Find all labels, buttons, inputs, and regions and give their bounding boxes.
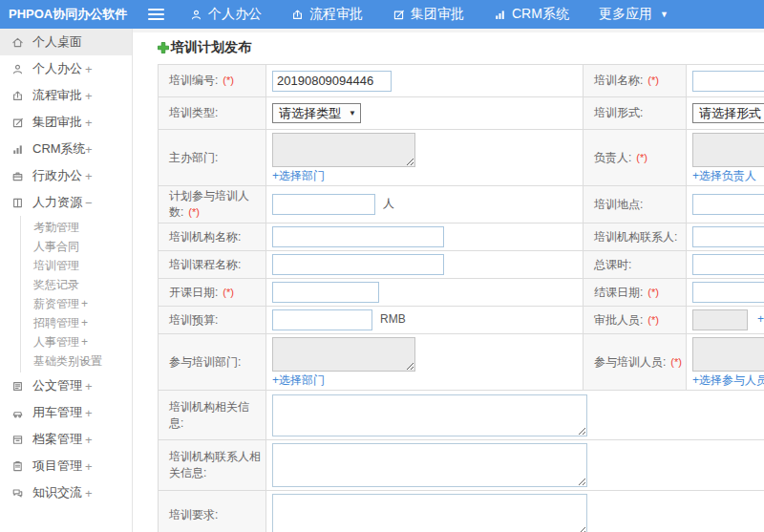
select-value: 请选择类型 — [279, 105, 341, 122]
org-contact-input[interactable] — [692, 226, 764, 247]
start-date-input[interactable] — [272, 282, 379, 303]
main-content: 培训计划发布 培训编号:(*)培训名称:(*)培训类型:请选择类型▼培训形式:请… — [133, 29, 764, 532]
field-label: 开课日期: — [169, 286, 218, 299]
sidebar-item-4[interactable]: CRM系统+ — [0, 136, 132, 162]
org-name-input[interactable] — [272, 226, 444, 247]
collapse-minus-icon[interactable]: − — [85, 196, 93, 210]
sidebar-item-2[interactable]: 流程审批+ — [0, 82, 132, 109]
sidebar-item-1[interactable]: 个人办公+ — [0, 55, 132, 82]
org-info-textarea[interactable] — [272, 394, 587, 436]
sidebar-subitem-6[interactable]: 人事管理+ — [21, 332, 132, 351]
field-cell — [687, 186, 764, 223]
nav-item-label: CRM系统 — [512, 6, 569, 23]
bar-chart-icon — [494, 9, 506, 21]
sidebar-item-6[interactable]: 人力资源− — [0, 189, 132, 216]
expand-plus-icon[interactable]: + — [85, 116, 93, 130]
select-department-link[interactable]: +选择部门 — [272, 373, 325, 387]
sidebar-subitem-4[interactable]: 薪资管理+ — [21, 294, 132, 313]
total-hours-input[interactable] — [692, 254, 764, 275]
form-row: 培训类型:请选择类型▼培训形式:请选择形式▼ — [159, 97, 764, 130]
leader-textarea[interactable] — [692, 133, 764, 167]
field-label-cell: 开课日期:(*) — [159, 279, 266, 307]
nav-item-1[interactable]: 流程审批 — [291, 6, 363, 23]
select-leader-link[interactable]: +选择负责人 — [692, 169, 756, 182]
user-icon — [190, 9, 202, 21]
doc-icon — [11, 380, 24, 393]
hamburger-icon[interactable] — [148, 9, 164, 20]
org-contact-info-textarea[interactable] — [272, 443, 587, 487]
sidebar-item-label: 人力资源 — [32, 194, 82, 211]
field-label: 培训要求: — [169, 508, 218, 521]
sidebar-item-11[interactable]: 知识交流+ — [0, 479, 132, 506]
course-name-input[interactable] — [272, 254, 444, 275]
sidebar-item-5[interactable]: 行政办公+ — [0, 162, 132, 189]
nav-item-2[interactable]: 集团审批 — [393, 6, 464, 23]
nav-item-label: 流程审批 — [309, 6, 363, 23]
planned-participants-input[interactable] — [272, 194, 375, 215]
expand-plus-icon[interactable]: + — [81, 297, 88, 310]
training-place-input[interactable] — [692, 194, 764, 215]
participants-textarea[interactable] — [692, 337, 764, 372]
sidebar-item-7[interactable]: 公文管理+ — [0, 372, 132, 399]
header-divider — [133, 29, 764, 32]
expand-plus-icon[interactable]: + — [85, 433, 93, 447]
expand-plus-icon[interactable]: + — [81, 354, 88, 368]
nav-item-3[interactable]: CRM系统 — [494, 6, 569, 23]
select-approver-link[interactable]: +选择审批人 — [757, 312, 764, 326]
page-title-text: 培训计划发布 — [171, 39, 251, 56]
field-cell — [266, 223, 584, 251]
sidebar-item-9[interactable]: 档案管理+ — [0, 426, 132, 453]
nav-item-label: 更多应用 — [599, 6, 652, 23]
host-department-textarea[interactable] — [272, 133, 415, 167]
sidebar-item-label: CRM系统 — [32, 140, 86, 158]
sidebar-item-label: 个人桌面 — [32, 33, 82, 51]
field-label-cell: 培训形式: — [584, 97, 687, 130]
field-cell — [266, 391, 764, 440]
field-label: 培训机构相关信息: — [169, 400, 249, 430]
expand-plus-icon[interactable]: + — [81, 316, 88, 330]
sidebar-subitem-2[interactable]: 培训管理 — [21, 256, 132, 275]
expand-plus-icon[interactable]: + — [85, 459, 93, 474]
expand-plus-icon[interactable]: + — [85, 89, 93, 103]
sidebar-subitem-3[interactable]: 奖惩记录 — [21, 275, 132, 294]
required-mark: (*) — [223, 74, 234, 86]
participating-departments-textarea[interactable] — [272, 337, 415, 372]
clipboard-icon — [11, 460, 24, 473]
sidebar-subitem-0[interactable]: 考勤管理 — [21, 218, 132, 237]
sidebar-subitem-label: 招聘管理 — [33, 315, 79, 331]
expand-plus-icon[interactable]: + — [85, 169, 93, 183]
training-requirements-textarea[interactable] — [272, 494, 587, 532]
field-label-cell: 参与培训部门: — [159, 334, 266, 391]
expand-plus-icon[interactable]: + — [85, 486, 93, 500]
sidebar-item-3[interactable]: 集团审批+ — [0, 109, 132, 136]
sidebar-item-10[interactable]: 项目管理+ — [0, 453, 132, 479]
form-row: 培训要求: — [159, 491, 764, 532]
nav-item-4[interactable]: 更多应用▼ — [599, 6, 668, 23]
sidebar-item-8[interactable]: 用车管理+ — [0, 399, 132, 426]
expand-plus-icon[interactable]: + — [85, 142, 93, 157]
training-no-input[interactable] — [272, 71, 392, 92]
field-label: 培训机构名称: — [169, 230, 241, 244]
training-name-input[interactable] — [692, 71, 764, 92]
select-participants-link[interactable]: +选择参与人员 — [692, 373, 764, 387]
approver-input[interactable] — [692, 309, 748, 330]
expand-plus-icon[interactable]: + — [81, 335, 88, 349]
sidebar-subitem-1[interactable]: 人事合同 — [21, 237, 132, 256]
select-department-link[interactable]: +选择部门 — [272, 169, 325, 182]
end-date-input[interactable] — [692, 282, 764, 303]
sidebar-item-0[interactable]: 个人桌面 — [0, 29, 132, 55]
training-plan-form: 培训编号:(*)培训名称:(*)培训类型:请选择类型▼培训形式:请选择形式▼主办… — [158, 64, 764, 532]
training-form-select[interactable]: 请选择形式▼ — [692, 103, 764, 123]
sidebar-subitem-7[interactable]: 基础类别设置+ — [21, 351, 132, 371]
training-type-select[interactable]: 请选择类型▼ — [272, 103, 361, 123]
expand-plus-icon[interactable]: + — [85, 379, 93, 394]
form-row: 开课日期:(*)结课日期:(*) — [159, 279, 764, 307]
expand-plus-icon[interactable]: + — [85, 406, 93, 420]
field-label: 负责人: — [594, 151, 631, 164]
nav-item-0[interactable]: 个人办公 — [190, 6, 262, 23]
sidebar-subitem-5[interactable]: 招聘管理+ — [21, 313, 132, 332]
field-label: 结课日期: — [594, 286, 643, 299]
sidebar-submenu: 考勤管理人事合同培训管理奖惩记录薪资管理+招聘管理+人事管理+基础类别设置+ — [20, 216, 132, 372]
expand-plus-icon[interactable]: + — [85, 62, 93, 76]
budget-input[interactable] — [272, 309, 372, 330]
